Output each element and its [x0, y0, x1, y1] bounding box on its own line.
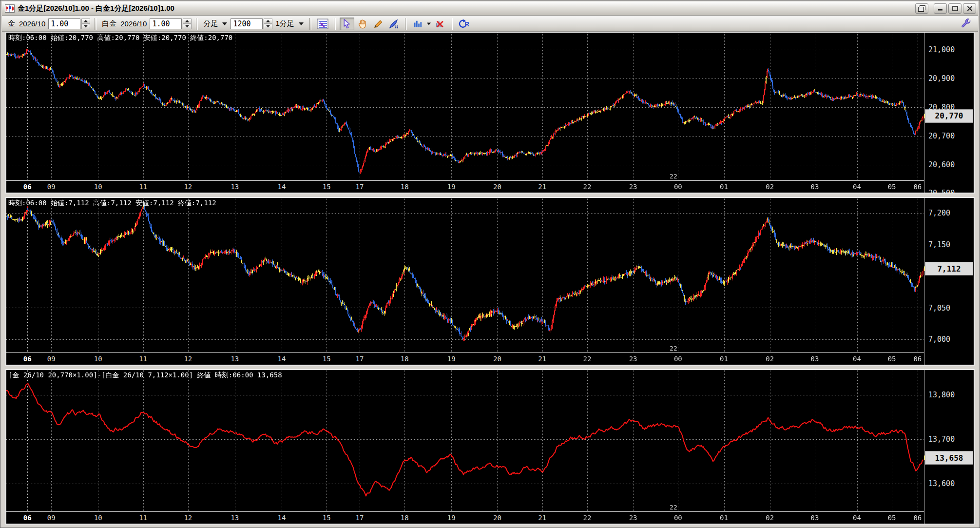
x-axis-tick-label: 13	[231, 183, 239, 191]
x-axis-tick-label: 04	[853, 355, 861, 363]
x-axis-tick-label: 20	[493, 183, 501, 191]
float-window-button[interactable]	[915, 3, 928, 14]
x-axis-tick-label: 23	[629, 514, 637, 522]
x-axis-tick-label: 23	[629, 355, 637, 363]
x-axis-tick-label: 01	[720, 183, 728, 191]
indicator-select-dropdown-icon[interactable]	[426, 20, 432, 28]
y-axis-tick-label: 20,900	[928, 74, 955, 83]
y-axis-tick-label: 20,500	[928, 189, 955, 193]
bar-type-label: 分足	[203, 19, 218, 28]
toolbar-separator	[334, 18, 336, 30]
pen-tool-button[interactable]	[386, 18, 401, 30]
bar-count-up-icon[interactable]	[264, 19, 272, 24]
wrench-icon	[961, 19, 972, 29]
indicator-bars-icon	[413, 19, 423, 29]
maximize-button[interactable]	[948, 3, 961, 14]
x-axis-tick-label: 02	[766, 183, 774, 191]
x-axis-tick-label: 11	[139, 514, 147, 522]
pen-icon	[388, 19, 399, 29]
x-axis-tick-label: 21	[538, 183, 546, 191]
x-axis-tick-label: 15	[323, 514, 331, 522]
x-axis-tick-label: 03	[810, 183, 819, 191]
x-axis-tick-label: 22	[583, 355, 592, 363]
x-axis-tick-label: 12	[184, 355, 192, 363]
y-axis-tick-label: 13,700	[928, 435, 955, 444]
timeframe-label: 1分足	[275, 19, 294, 28]
x-axis-tick-label: 05	[888, 355, 896, 363]
x-axis-tick-label: 06	[23, 183, 32, 191]
gold-chart-canvas[interactable]	[6, 33, 924, 180]
y-axis-tick-label: 7,000	[928, 335, 950, 344]
float-window-icon	[918, 5, 925, 12]
gold-multiplier-down-icon[interactable]	[81, 24, 90, 29]
platinum-label: 白金	[102, 19, 116, 28]
x-axis-tick-label: 04	[853, 183, 861, 191]
pointer-icon	[342, 19, 352, 29]
x-axis-tick-label: 19	[447, 355, 456, 363]
x-axis-tick-label: 01	[720, 355, 728, 363]
timeframe-dropdown-icon[interactable]	[297, 20, 305, 28]
gold-multiplier-up-icon[interactable]	[81, 19, 90, 24]
pencil-icon	[373, 19, 384, 29]
app-icon	[5, 4, 15, 13]
indicator-delete-icon	[434, 19, 444, 29]
platinum-multiplier-input[interactable]	[150, 19, 182, 29]
pointer-tool-button[interactable]	[340, 18, 354, 30]
y-axis-tick-label: 20,700	[928, 132, 955, 140]
x-axis-tick-label: 15	[323, 183, 331, 191]
settings-button[interactable]	[959, 18, 974, 30]
y-axis-tick-label: 20,800	[928, 103, 955, 112]
x-axis-tick-label: 11	[139, 183, 147, 191]
platinum-chart-plot[interactable]: 時刻:06:00 始値:7,112 高値:7,112 安値:7,112 終値:7…	[6, 198, 924, 352]
gold-multiplier-input[interactable]	[48, 19, 80, 29]
x-axis-tick-label: 14	[277, 514, 286, 522]
x-axis-tick-label: 09	[47, 183, 56, 191]
x-axis-tick-label: 21	[538, 514, 546, 522]
close-icon	[967, 6, 973, 11]
bar-count-down-icon[interactable]	[264, 24, 272, 29]
close-button[interactable]	[963, 3, 976, 14]
pencil-tool-button[interactable]	[371, 18, 385, 30]
date-label: 22	[670, 504, 677, 511]
platinum-month: 2026/10	[120, 20, 147, 28]
x-axis-tick-label: 19	[447, 183, 456, 191]
x-axis-tick-label: 06	[23, 514, 32, 522]
refresh-button[interactable]: R	[457, 18, 471, 30]
maximize-icon	[952, 6, 958, 11]
chart-setup-button[interactable]	[315, 18, 330, 30]
minimize-button[interactable]	[934, 3, 947, 14]
x-axis-tick-label: 17	[356, 355, 364, 363]
toolbar-separator	[196, 18, 198, 30]
platinum-multiplier-up-icon[interactable]	[183, 19, 192, 24]
gold-chart-plot[interactable]: 時刻:06:00 始値:20,770 高値:20,770 安値:20,770 終…	[6, 33, 924, 180]
x-axis-tick-label: 12	[184, 514, 192, 522]
date-label: 22	[670, 345, 677, 352]
x-axis-tick-label: 06	[913, 514, 922, 522]
x-axis-tick-label: 06	[913, 183, 922, 191]
x-axis-tick-label: 20	[493, 355, 501, 363]
y-axis-tick-label: 7,050	[928, 304, 950, 313]
hand-icon	[357, 19, 368, 29]
x-axis-tick-label: 06	[913, 355, 922, 363]
bar-count-input[interactable]	[231, 19, 263, 29]
indicator-select-button[interactable]	[411, 18, 425, 30]
date-label: 22	[670, 173, 677, 180]
platinum-multiplier-down-icon[interactable]	[183, 24, 192, 29]
x-axis-tick-label: 05	[888, 514, 896, 522]
spread-chart-plot[interactable]: [金 26/10 20,770×1.00]-[白金 26/10 7,112×1.…	[6, 370, 924, 511]
bar-count-spinner	[231, 19, 272, 29]
platinum-chart-canvas[interactable]	[6, 198, 924, 352]
x-axis-tick-label: 04	[853, 514, 861, 522]
titlebar[interactable]: 金1分足[2026/10]1.00 - 白金1分足[2026/10]1.00	[2, 1, 978, 16]
pan-tool-button[interactable]	[355, 18, 370, 30]
x-axis-tick-label: 14	[277, 183, 286, 191]
bar-type-dropdown-icon[interactable]	[221, 20, 229, 28]
spread-chart-canvas[interactable]	[6, 370, 924, 511]
x-axis-tick-label: 18	[401, 183, 409, 191]
indicator-delete-button[interactable]	[432, 18, 447, 30]
platinum-last-price-badge: 7,112	[925, 262, 973, 275]
x-axis-tick-label: 12	[184, 183, 192, 191]
platinum-ohlc-info: 時刻:06:00 始値:7,112 高値:7,112 安値:7,112 終値:7…	[8, 199, 216, 208]
x-axis-tick-label: 02	[766, 514, 774, 522]
platinum-y-axis: 7,112 7,2007,1507,0507,000	[924, 198, 974, 364]
